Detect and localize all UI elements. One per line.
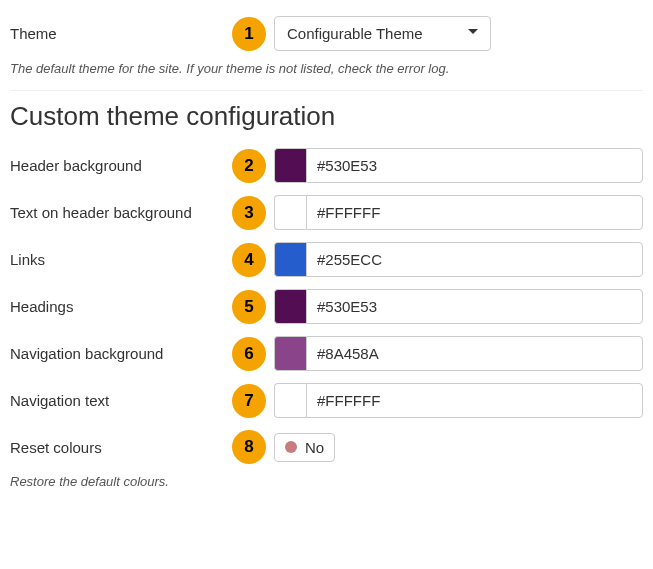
reset-colours-row: Reset colours 8 No xyxy=(10,424,643,470)
links-swatch[interactable] xyxy=(274,242,306,277)
marker-7: 7 xyxy=(232,384,266,418)
theme-field: Configurable Theme xyxy=(274,16,643,51)
text-on-header-row: Text on header background 3 xyxy=(10,189,643,236)
navigation-background-row: Navigation background 6 xyxy=(10,330,643,377)
headings-input[interactable] xyxy=(306,289,643,324)
links-row: Links 4 xyxy=(10,236,643,283)
text-on-header-label: Text on header background xyxy=(10,204,232,221)
reset-colours-help: Restore the default colours. xyxy=(10,470,643,503)
reset-colours-label: Reset colours xyxy=(10,439,232,456)
links-label: Links xyxy=(10,251,232,268)
theme-help: The default theme for the site. If your … xyxy=(10,57,643,90)
header-background-label: Header background xyxy=(10,157,232,174)
navigation-text-label: Navigation text xyxy=(10,392,232,409)
section-title: Custom theme configuration xyxy=(10,101,643,132)
header-background-swatch[interactable] xyxy=(274,148,306,183)
marker-2: 2 xyxy=(232,149,266,183)
navigation-background-swatch[interactable] xyxy=(274,336,306,371)
theme-label: Theme xyxy=(10,25,232,42)
navigation-background-input[interactable] xyxy=(306,336,643,371)
marker-6: 6 xyxy=(232,337,266,371)
text-on-header-input[interactable] xyxy=(306,195,643,230)
marker-4: 4 xyxy=(232,243,266,277)
reset-colours-toggle[interactable]: No xyxy=(274,433,335,462)
theme-row: Theme 1 Configurable Theme xyxy=(10,10,643,57)
theme-select-value: Configurable Theme xyxy=(287,25,423,42)
headings-label: Headings xyxy=(10,298,232,315)
headings-row: Headings 5 xyxy=(10,283,643,330)
chevron-down-icon xyxy=(468,29,478,34)
divider xyxy=(10,90,643,91)
marker-3: 3 xyxy=(232,196,266,230)
navigation-text-input[interactable] xyxy=(306,383,643,418)
navigation-text-swatch[interactable] xyxy=(274,383,306,418)
header-background-input[interactable] xyxy=(306,148,643,183)
navigation-background-label: Navigation background xyxy=(10,345,232,362)
headings-swatch[interactable] xyxy=(274,289,306,324)
toggle-dot-icon xyxy=(285,441,297,453)
links-input[interactable] xyxy=(306,242,643,277)
marker-5: 5 xyxy=(232,290,266,324)
navigation-text-row: Navigation text 7 xyxy=(10,377,643,424)
theme-select[interactable]: Configurable Theme xyxy=(274,16,491,51)
marker-8: 8 xyxy=(232,430,266,464)
marker-1: 1 xyxy=(232,17,266,51)
text-on-header-swatch[interactable] xyxy=(274,195,306,230)
header-background-row: Header background 2 xyxy=(10,142,643,189)
reset-colours-value: No xyxy=(305,439,324,456)
